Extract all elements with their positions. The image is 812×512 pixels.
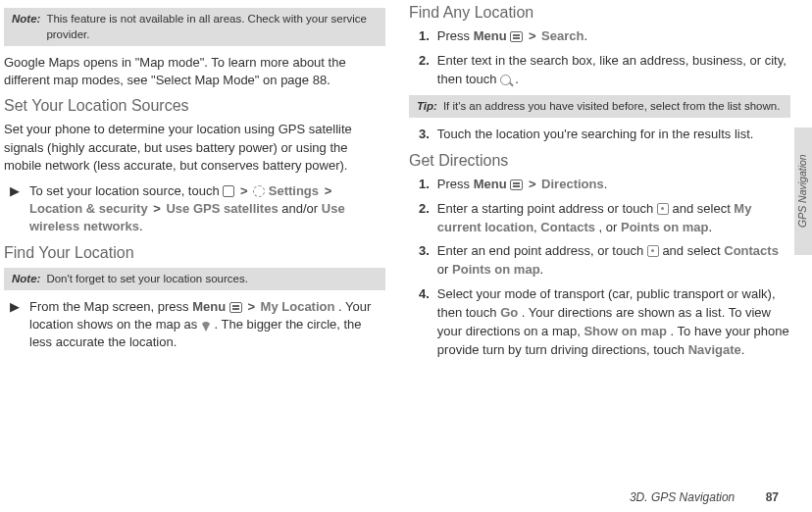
step-find-3: 3. Touch the location you're searching f…: [409, 126, 790, 144]
heading-get-directions: Get Directions: [409, 152, 790, 170]
step-number: 1.: [409, 176, 430, 194]
search-icon: [500, 75, 511, 85]
bullet-set-location-source: ▶ To set your location source, touch > S…: [4, 182, 385, 236]
bullet-content: To set your location source, touch > Set…: [29, 182, 385, 236]
left-column: Note: This feature is not available in a…: [4, 4, 385, 467]
paragraph-map-mode: Google Maps opens in "Map mode". To lear…: [4, 54, 385, 89]
location-icon: [657, 203, 669, 215]
page-number: 87: [766, 490, 779, 504]
step-number: 3.: [409, 126, 430, 144]
step-find-2: 2. Enter text in the search box, like an…: [409, 52, 790, 89]
step-number: 1.: [409, 27, 430, 46]
heading-find-any-location: Find Any Location: [409, 4, 790, 22]
step-content: Press Menu > Search.: [437, 27, 587, 46]
note-label: Note:: [12, 12, 40, 42]
settings-icon: [253, 185, 265, 197]
step-number: 2.: [409, 200, 430, 237]
tip-text: If it's an address you have visited befo…: [443, 99, 783, 115]
step-content: Select your mode of transport (car, publ…: [437, 285, 790, 359]
apps-icon: [223, 185, 234, 197]
bullet-content: From the Map screen, press Menu > My Loc…: [29, 298, 385, 352]
step-content: Press Menu > Directions.: [437, 176, 607, 194]
location-icon: [647, 245, 659, 257]
menu-icon: [510, 179, 523, 190]
paragraph-location-sources: Set your phone to determine your locatio…: [4, 121, 385, 175]
breadcrumb-separator: >: [527, 28, 538, 43]
sidebar-section-tab: GPS Navigation: [794, 128, 812, 255]
bullet-find-location: ▶ From the Map screen, press Menu > My L…: [4, 298, 385, 352]
tip-box-visited-address: Tip: If it's an address you have visited…: [409, 95, 790, 119]
heading-set-location-sources: Set Your Location Sources: [4, 97, 385, 115]
menu-icon: [510, 31, 523, 42]
tip-label: Tip:: [417, 99, 437, 115]
bullet-marker: ▶: [4, 182, 20, 236]
step-find-1: 1. Press Menu > Search.: [409, 27, 790, 46]
breadcrumb-separator: >: [245, 299, 257, 314]
footer-section-name: 3D. GPS Navigation: [630, 490, 735, 504]
note-text: Don't forget to set your location source…: [46, 272, 378, 287]
note-box-location-sources: Note: Don't forget to set your location …: [4, 268, 385, 291]
page-footer: 3D. GPS Navigation 87: [0, 490, 812, 504]
note-text: This feature is not available in all are…: [46, 12, 378, 42]
step-dir-4: 4. Select your mode of transport (car, p…: [409, 285, 790, 359]
step-dir-1: 1. Press Menu > Directions.: [409, 176, 790, 194]
heading-find-your-location: Find Your Location: [4, 244, 385, 262]
breadcrumb-separator: >: [151, 201, 163, 216]
step-content: Touch the location you're searching for …: [437, 126, 754, 144]
step-number: 4.: [409, 285, 430, 359]
step-content: Enter a starting point address or touch …: [437, 200, 790, 237]
right-column: Find Any Location 1. Press Menu > Search…: [409, 4, 790, 467]
breadcrumb-separator: >: [323, 183, 334, 198]
breadcrumb-separator: >: [238, 183, 250, 198]
location-pin-icon: [201, 322, 211, 332]
step-dir-2: 2. Enter a starting point address or tou…: [409, 200, 790, 237]
step-number: 2.: [409, 52, 430, 89]
breadcrumb-separator: >: [527, 177, 538, 191]
note-label: Note:: [12, 272, 40, 287]
note-box-availability: Note: This feature is not available in a…: [4, 8, 385, 46]
menu-icon: [229, 302, 242, 313]
bullet-marker: ▶: [4, 298, 20, 352]
step-dir-3: 3. Enter an end point address, or touch …: [409, 242, 790, 280]
step-number: 3.: [409, 242, 430, 280]
step-content: Enter an end point address, or touch and…: [437, 242, 790, 280]
step-content: Enter text in the search box, like an ad…: [437, 52, 790, 89]
